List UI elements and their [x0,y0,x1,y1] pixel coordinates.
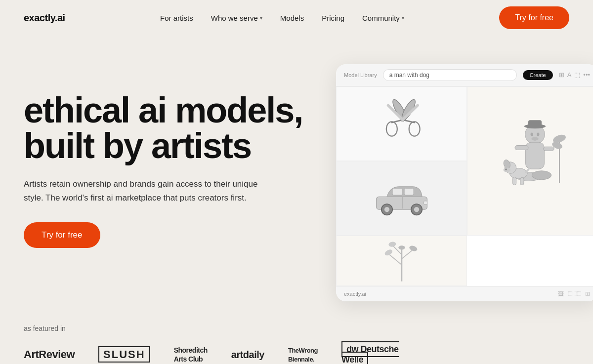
svg-point-16 [537,132,539,136]
svg-line-7 [402,120,414,123]
nav-link-for-artists[interactable]: For artists [160,14,193,22]
app-ui: Model Library a man with dog Create ⊞ A … [336,64,593,301]
man-dog-cell [467,86,593,236]
nav-link-models[interactable]: Models [280,14,304,22]
grid-icon: ⊞ [559,71,564,79]
svg-point-34 [384,207,389,212]
svg-point-44 [408,244,418,252]
logo-dw: dw DeutscheWelle [341,344,399,364]
chevron-down-icon: ▾ [402,15,404,21]
app-toolbar: Model Library a man with dog Create ⊞ A … [336,64,593,86]
text-icon: A [567,71,572,79]
image-icon: 🖼 [558,290,564,297]
hero-try-free-button[interactable]: Try for free [24,222,100,248]
svg-point-46 [398,245,405,249]
svg-point-26 [503,167,510,172]
svg-rect-37 [424,201,427,204]
svg-rect-20 [543,147,554,151]
chevron-down-icon: ▾ [260,15,262,21]
logo-slush: SLUSH [98,348,150,361]
figure-icons: ⬚⬚⬚ [568,290,581,297]
svg-point-2 [386,121,397,136]
nav-link-pricing[interactable]: Pricing [322,14,344,22]
scissors-illustration [375,96,429,151]
svg-point-27 [505,168,507,170]
app-content-grid [336,86,593,286]
app-search-bar[interactable]: a man with dog [383,69,517,81]
svg-point-36 [414,207,419,212]
car-illustration [372,178,431,218]
man-dog-illustration [488,92,577,230]
nav-link-community[interactable]: Community ▾ [362,14,404,22]
app-toolbar-icons: ⊞ A ⬚ ••• [559,71,590,79]
nav-links: For artists Who we serve ▾ Models Pricin… [160,14,404,22]
svg-point-15 [530,132,533,136]
branches-illustration [377,236,426,285]
svg-rect-14 [528,120,542,127]
car-cell [336,161,467,236]
logo-artdaily: artdaily [231,349,264,361]
hero-left: ethical ai models, built by artists Arti… [24,92,324,247]
svg-rect-19 [515,145,528,150]
featured-label: as featured in [24,324,569,332]
product-screenshot-card: Model Library a man with dog Create ⊞ A … [336,64,593,301]
nav-link-who-we-serve[interactable]: Who we serve ▾ [211,14,262,22]
svg-rect-29 [520,177,523,185]
logo-wrongbiennale: TheWrongBiennale. [288,346,318,364]
svg-rect-31 [392,188,403,195]
svg-point-43 [383,248,393,256]
hero-section: ethical ai models, built by artists Arti… [0,36,593,305]
svg-point-3 [409,121,420,136]
logo[interactable]: exactly.ai [24,12,65,24]
featured-logos: ArtReview SLUSH ShoreditchArts Club artd… [24,344,569,364]
bubble-icon: ⬚ [574,71,580,79]
scissors-cell [336,86,467,161]
nav-try-free-button[interactable]: Try for free [499,6,569,29]
hero-heading: ethical ai models, built by artists [24,92,304,163]
more-icon: ••• [583,71,590,79]
svg-rect-32 [404,188,414,195]
app-footer-icons: 🖼 ⬚⬚⬚ ⊞ [558,290,590,297]
hero-right: Model Library a man with dog Create ⊞ A … [336,31,593,324]
svg-line-5 [391,120,402,123]
hero-subtext: Artists retain ownership and brands gain… [24,177,261,204]
svg-rect-18 [525,142,544,169]
app-brand-label: exactly.ai [344,291,366,297]
svg-line-41 [402,250,412,259]
svg-point-45 [388,241,396,247]
branch-cell [336,236,467,286]
grid-small-icon: ⊞ [585,290,590,297]
navbar: exactly.ai For artists Who we serve ▾ Mo… [0,0,593,36]
app-create-button[interactable]: Create [523,70,553,80]
svg-line-40 [389,254,402,265]
svg-point-17 [531,137,538,140]
svg-rect-28 [512,177,516,185]
app-toolbar-label: Model Library [344,72,377,78]
app-footer: exactly.ai 🖼 ⬚⬚⬚ ⊞ [336,286,593,301]
product-mockup-wrapper: Model Library a man with dog Create ⊞ A … [336,64,593,301]
logo-artreview: ArtReview [24,348,75,361]
svg-point-22 [532,170,551,179]
logo-shoreditch: ShoreditchArts Club [174,346,208,364]
